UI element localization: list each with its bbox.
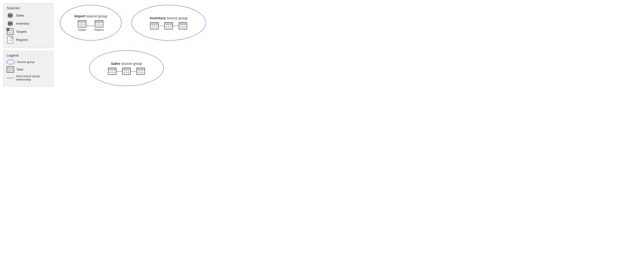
connector-inventory-2 — [173, 26, 179, 26]
line-legend-icon — [7, 78, 14, 78]
connector-import-1 — [86, 26, 94, 26]
source-label-inventory: Inventory — [16, 22, 29, 26]
svg-point-7 — [8, 24, 13, 26]
table-legend-icon — [7, 66, 14, 73]
source-item-sales: Sales — [7, 12, 50, 19]
sales-tables-row — [108, 68, 145, 75]
source-item-targets: X Targets — [7, 29, 50, 35]
source-label-targets: Targets — [16, 30, 27, 34]
import-targets-label: Targets — [78, 29, 86, 31]
sales-group-title: Sales source group — [111, 62, 142, 66]
import-regions-label: Regions — [94, 29, 104, 31]
source-label-sales: Sales — [16, 14, 24, 17]
source-label-regions: Regions — [16, 38, 28, 42]
svg-point-3 — [8, 13, 13, 15]
import-group-title: Import source group — [74, 14, 107, 18]
legend-label-relationship: Intra source group relationship — [16, 75, 50, 81]
diagram-area: Import source group Targets Regions — [57, 3, 224, 88]
sources-title: Sources — [7, 6, 50, 10]
inventory-tables-row — [150, 22, 187, 29]
table-icon-targets — [78, 20, 86, 28]
import-source-group: Import source group Targets Regions — [60, 5, 122, 41]
inventory-source-group: Inventory source group — [131, 5, 206, 41]
svg-point-8 — [8, 21, 13, 23]
connector-sales-1 — [116, 71, 122, 72]
legend-item-source-group: Source group — [7, 60, 50, 65]
excel-icon-targets: X — [7, 29, 14, 35]
legend-box: Legend Source group Table Intra source g… — [3, 51, 54, 87]
import-table-targets: Targets — [78, 20, 86, 31]
sales-source-group: Sales source group — [89, 50, 164, 86]
legend-label-table: Table — [16, 68, 23, 71]
connector-sales-2 — [131, 71, 136, 72]
ellipse-legend-icon — [7, 60, 15, 65]
csv-icon-regions: CSV — [7, 37, 14, 43]
source-item-regions: CSV Regions — [7, 37, 50, 43]
inventory-table-1 — [150, 22, 158, 29]
source-item-inventory: Inventory — [7, 20, 50, 27]
svg-point-2 — [8, 16, 13, 18]
database-icon-inventory — [7, 20, 14, 27]
import-table-regions: Regions — [94, 20, 104, 31]
sales-table-1 — [108, 68, 116, 75]
legend-label-source-group: Source group — [17, 60, 34, 64]
inventory-group-title: Inventory source group — [150, 16, 188, 20]
sources-box: Sources Sales — [3, 3, 54, 48]
legend-item-relationship: Intra source group relationship — [7, 75, 50, 81]
legend-title: Legend — [7, 53, 50, 58]
import-tables-row: Targets Regions — [78, 20, 104, 31]
left-panel: Sources Sales — [3, 3, 54, 88]
sales-table-2 — [122, 68, 131, 75]
sales-table-3 — [136, 68, 145, 75]
connector-inventory-1 — [158, 26, 164, 26]
database-icon-sales — [7, 12, 14, 19]
inventory-table-3 — [179, 22, 187, 29]
legend-item-table: Table — [7, 66, 50, 73]
table-icon-regions — [95, 20, 103, 28]
inventory-table-2 — [164, 22, 173, 29]
